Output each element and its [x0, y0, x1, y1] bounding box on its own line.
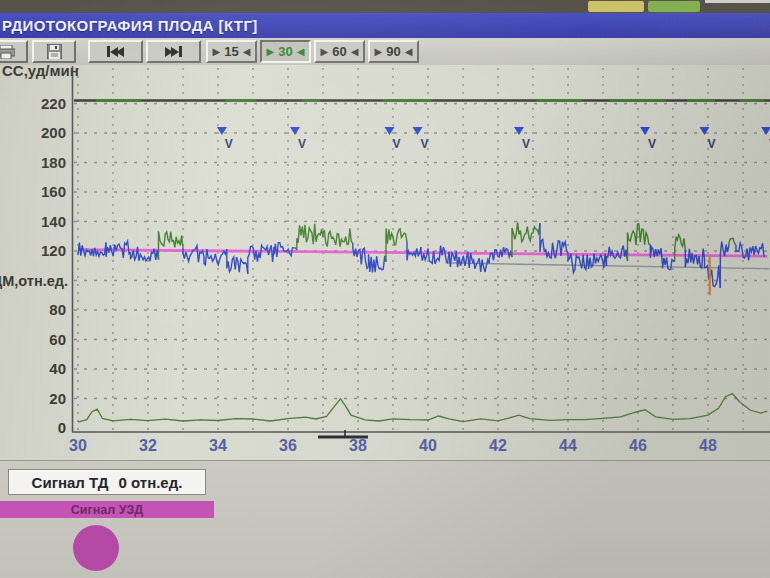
- movement-triangle-icon: [761, 127, 770, 135]
- signal-uzd-bar: Сигнал УЗД: [0, 501, 214, 518]
- fhr-trace-segment: [274, 243, 297, 257]
- fhr-acceleration-segment: [729, 239, 736, 246]
- fhr-trace-segment: [369, 254, 387, 272]
- movement-triangle-icon: [413, 127, 423, 135]
- movement-v-mark: V: [648, 137, 656, 151]
- x-tick-label: 30: [69, 437, 87, 454]
- signal-uzd-label: Сигнал УЗД: [71, 503, 143, 517]
- movement-triangle-icon: [514, 127, 524, 135]
- x-tick-label: 40: [419, 437, 437, 454]
- fhr-trace-segment: [227, 249, 248, 274]
- movement-v-mark: V: [393, 137, 401, 151]
- fhr-trace-segment: [489, 247, 512, 263]
- fhr-trace-segment: [183, 246, 204, 263]
- fhr-acceleration-segment: [323, 228, 353, 246]
- x-tick-label: 48: [699, 437, 717, 454]
- fhr-acceleration-segment: [386, 228, 407, 262]
- x-tick-label: 36: [279, 437, 297, 454]
- movement-v-mark: V: [522, 137, 530, 151]
- fhr-trace-segment: [353, 243, 369, 268]
- x-tick-label: 46: [629, 437, 647, 454]
- y-axis-label-top: СС,уд/мин: [2, 62, 79, 79]
- y-tick-label: 160: [41, 183, 66, 200]
- y-tick-label: 80: [49, 301, 66, 318]
- indicator-panel: Сигнал ТД 0 отн.ед. Сигнал УЗД ПОКАЗАТЕЛ…: [0, 460, 770, 578]
- signal-td-box: Сигнал ТД 0 отн.ед.: [8, 469, 206, 495]
- fhr-acceleration-segment: [159, 231, 184, 259]
- fhr-acceleration-segment: [297, 224, 323, 250]
- y-tick-label: 140: [41, 213, 66, 230]
- y-tick-label: 180: [41, 154, 66, 171]
- y-tick-label: 20: [49, 390, 66, 407]
- fhr-trace-segment: [568, 253, 607, 273]
- x-tick-label: 44: [559, 437, 577, 454]
- movement-v-mark: V: [298, 137, 306, 151]
- fhr-trace-segment: [736, 243, 764, 261]
- y-tick-label: 220: [41, 95, 66, 112]
- fhr-acceleration-segment: [675, 235, 686, 262]
- y-tick-label: 60: [49, 331, 66, 348]
- y-tick-label: 200: [41, 124, 66, 141]
- movement-triangle-icon: [290, 127, 300, 135]
- y-tick-label: 0: [58, 419, 66, 436]
- x-tick-label: 38: [349, 437, 367, 454]
- x-tick-label: 42: [489, 437, 507, 454]
- signal-td-label: Сигнал ТД: [32, 474, 109, 491]
- x-tick-label: 32: [139, 437, 157, 454]
- ctg-application-window: РДИОТОКОГРАФИЯ ПЛОДА [КТГ] ▶ 15 ◀ ▶ 30 ◀…: [0, 0, 770, 578]
- uzd-heartbeat-indicator: [73, 525, 119, 571]
- x-tick-label: 34: [209, 437, 227, 454]
- movement-triangle-icon: [640, 127, 650, 135]
- movement-v-mark: V: [225, 137, 233, 151]
- fhr-trace-segment: [248, 245, 274, 274]
- movement-v-mark: V: [421, 137, 429, 151]
- fhr-trace-segment: [421, 246, 449, 264]
- fhr-acceleration-segment: [512, 222, 540, 257]
- y-tick-label: 120: [41, 242, 66, 259]
- y-axis-label-mid: ДМ,отн.ед.: [0, 273, 68, 289]
- fhr-trace-segment: [705, 259, 721, 288]
- fhr-trace-segment: [474, 258, 490, 272]
- signal-td-value: 0 отн.ед.: [118, 474, 182, 491]
- fhr-trace-segment: [663, 258, 675, 270]
- movement-v-mark: V: [708, 137, 716, 151]
- y-tick-label: 40: [49, 360, 66, 377]
